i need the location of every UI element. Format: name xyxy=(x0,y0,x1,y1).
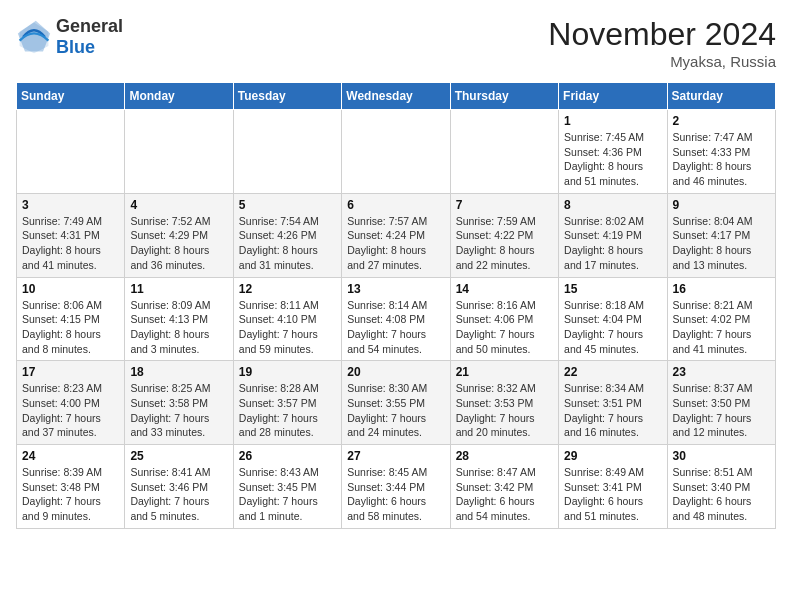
day-info: Sunrise: 8:21 AM Sunset: 4:02 PM Dayligh… xyxy=(673,298,770,357)
day-info: Sunrise: 8:43 AM Sunset: 3:45 PM Dayligh… xyxy=(239,465,336,524)
day-info: Sunrise: 8:30 AM Sunset: 3:55 PM Dayligh… xyxy=(347,381,444,440)
calendar-cell: 28Sunrise: 8:47 AM Sunset: 3:42 PM Dayli… xyxy=(450,445,558,529)
day-number: 21 xyxy=(456,365,553,379)
calendar-cell: 21Sunrise: 8:32 AM Sunset: 3:53 PM Dayli… xyxy=(450,361,558,445)
day-info: Sunrise: 7:45 AM Sunset: 4:36 PM Dayligh… xyxy=(564,130,661,189)
location-subtitle: Myaksa, Russia xyxy=(548,53,776,70)
day-info: Sunrise: 8:51 AM Sunset: 3:40 PM Dayligh… xyxy=(673,465,770,524)
day-info: Sunrise: 7:57 AM Sunset: 4:24 PM Dayligh… xyxy=(347,214,444,273)
day-number: 28 xyxy=(456,449,553,463)
day-number: 19 xyxy=(239,365,336,379)
day-info: Sunrise: 8:16 AM Sunset: 4:06 PM Dayligh… xyxy=(456,298,553,357)
day-number: 13 xyxy=(347,282,444,296)
weekday-header: Saturday xyxy=(667,83,775,110)
day-info: Sunrise: 7:54 AM Sunset: 4:26 PM Dayligh… xyxy=(239,214,336,273)
day-info: Sunrise: 8:23 AM Sunset: 4:00 PM Dayligh… xyxy=(22,381,119,440)
day-number: 30 xyxy=(673,449,770,463)
calendar-cell: 27Sunrise: 8:45 AM Sunset: 3:44 PM Dayli… xyxy=(342,445,450,529)
day-info: Sunrise: 8:41 AM Sunset: 3:46 PM Dayligh… xyxy=(130,465,227,524)
calendar-cell: 1Sunrise: 7:45 AM Sunset: 4:36 PM Daylig… xyxy=(559,110,667,194)
day-number: 4 xyxy=(130,198,227,212)
calendar-week-row: 1Sunrise: 7:45 AM Sunset: 4:36 PM Daylig… xyxy=(17,110,776,194)
day-info: Sunrise: 8:06 AM Sunset: 4:15 PM Dayligh… xyxy=(22,298,119,357)
day-number: 17 xyxy=(22,365,119,379)
calendar-cell: 9Sunrise: 8:04 AM Sunset: 4:17 PM Daylig… xyxy=(667,193,775,277)
calendar-cell: 11Sunrise: 8:09 AM Sunset: 4:13 PM Dayli… xyxy=(125,277,233,361)
calendar-week-row: 24Sunrise: 8:39 AM Sunset: 3:48 PM Dayli… xyxy=(17,445,776,529)
weekday-header: Monday xyxy=(125,83,233,110)
day-info: Sunrise: 8:34 AM Sunset: 3:51 PM Dayligh… xyxy=(564,381,661,440)
day-number: 3 xyxy=(22,198,119,212)
day-info: Sunrise: 8:18 AM Sunset: 4:04 PM Dayligh… xyxy=(564,298,661,357)
calendar-cell: 5Sunrise: 7:54 AM Sunset: 4:26 PM Daylig… xyxy=(233,193,341,277)
calendar-week-row: 3Sunrise: 7:49 AM Sunset: 4:31 PM Daylig… xyxy=(17,193,776,277)
day-info: Sunrise: 8:45 AM Sunset: 3:44 PM Dayligh… xyxy=(347,465,444,524)
day-info: Sunrise: 8:28 AM Sunset: 3:57 PM Dayligh… xyxy=(239,381,336,440)
calendar-cell xyxy=(125,110,233,194)
day-number: 25 xyxy=(130,449,227,463)
day-info: Sunrise: 7:59 AM Sunset: 4:22 PM Dayligh… xyxy=(456,214,553,273)
calendar-cell xyxy=(233,110,341,194)
day-info: Sunrise: 8:39 AM Sunset: 3:48 PM Dayligh… xyxy=(22,465,119,524)
calendar-header: SundayMondayTuesdayWednesdayThursdayFrid… xyxy=(17,83,776,110)
day-number: 8 xyxy=(564,198,661,212)
calendar-cell xyxy=(17,110,125,194)
weekday-header: Sunday xyxy=(17,83,125,110)
calendar-cell: 18Sunrise: 8:25 AM Sunset: 3:58 PM Dayli… xyxy=(125,361,233,445)
calendar-cell: 10Sunrise: 8:06 AM Sunset: 4:15 PM Dayli… xyxy=(17,277,125,361)
calendar-cell: 7Sunrise: 7:59 AM Sunset: 4:22 PM Daylig… xyxy=(450,193,558,277)
day-info: Sunrise: 7:49 AM Sunset: 4:31 PM Dayligh… xyxy=(22,214,119,273)
page-header: General Blue November 2024 Myaksa, Russi… xyxy=(16,16,776,70)
day-number: 27 xyxy=(347,449,444,463)
calendar-cell xyxy=(342,110,450,194)
calendar-cell: 14Sunrise: 8:16 AM Sunset: 4:06 PM Dayli… xyxy=(450,277,558,361)
day-info: Sunrise: 8:14 AM Sunset: 4:08 PM Dayligh… xyxy=(347,298,444,357)
calendar-cell: 26Sunrise: 8:43 AM Sunset: 3:45 PM Dayli… xyxy=(233,445,341,529)
day-number: 9 xyxy=(673,198,770,212)
day-info: Sunrise: 8:32 AM Sunset: 3:53 PM Dayligh… xyxy=(456,381,553,440)
day-info: Sunrise: 8:11 AM Sunset: 4:10 PM Dayligh… xyxy=(239,298,336,357)
calendar-cell: 16Sunrise: 8:21 AM Sunset: 4:02 PM Dayli… xyxy=(667,277,775,361)
day-info: Sunrise: 8:04 AM Sunset: 4:17 PM Dayligh… xyxy=(673,214,770,273)
weekday-header: Thursday xyxy=(450,83,558,110)
day-info: Sunrise: 8:25 AM Sunset: 3:58 PM Dayligh… xyxy=(130,381,227,440)
calendar-week-row: 17Sunrise: 8:23 AM Sunset: 4:00 PM Dayli… xyxy=(17,361,776,445)
day-number: 15 xyxy=(564,282,661,296)
day-info: Sunrise: 8:09 AM Sunset: 4:13 PM Dayligh… xyxy=(130,298,227,357)
day-number: 2 xyxy=(673,114,770,128)
calendar-cell: 20Sunrise: 8:30 AM Sunset: 3:55 PM Dayli… xyxy=(342,361,450,445)
calendar-table: SundayMondayTuesdayWednesdayThursdayFrid… xyxy=(16,82,776,529)
day-number: 11 xyxy=(130,282,227,296)
calendar-cell: 12Sunrise: 8:11 AM Sunset: 4:10 PM Dayli… xyxy=(233,277,341,361)
day-number: 6 xyxy=(347,198,444,212)
calendar-cell: 30Sunrise: 8:51 AM Sunset: 3:40 PM Dayli… xyxy=(667,445,775,529)
calendar-cell: 29Sunrise: 8:49 AM Sunset: 3:41 PM Dayli… xyxy=(559,445,667,529)
month-title: November 2024 xyxy=(548,16,776,53)
calendar-cell: 15Sunrise: 8:18 AM Sunset: 4:04 PM Dayli… xyxy=(559,277,667,361)
logo-blue-text: Blue xyxy=(56,37,123,58)
day-info: Sunrise: 7:47 AM Sunset: 4:33 PM Dayligh… xyxy=(673,130,770,189)
weekday-row: SundayMondayTuesdayWednesdayThursdayFrid… xyxy=(17,83,776,110)
day-number: 16 xyxy=(673,282,770,296)
day-info: Sunrise: 8:47 AM Sunset: 3:42 PM Dayligh… xyxy=(456,465,553,524)
day-number: 14 xyxy=(456,282,553,296)
calendar-cell: 22Sunrise: 8:34 AM Sunset: 3:51 PM Dayli… xyxy=(559,361,667,445)
calendar-cell: 19Sunrise: 8:28 AM Sunset: 3:57 PM Dayli… xyxy=(233,361,341,445)
day-number: 12 xyxy=(239,282,336,296)
calendar-cell: 24Sunrise: 8:39 AM Sunset: 3:48 PM Dayli… xyxy=(17,445,125,529)
day-number: 26 xyxy=(239,449,336,463)
weekday-header: Tuesday xyxy=(233,83,341,110)
calendar-cell: 25Sunrise: 8:41 AM Sunset: 3:46 PM Dayli… xyxy=(125,445,233,529)
day-number: 24 xyxy=(22,449,119,463)
day-info: Sunrise: 8:49 AM Sunset: 3:41 PM Dayligh… xyxy=(564,465,661,524)
day-number: 10 xyxy=(22,282,119,296)
calendar-cell: 17Sunrise: 8:23 AM Sunset: 4:00 PM Dayli… xyxy=(17,361,125,445)
logo-icon xyxy=(16,19,52,55)
calendar-cell: 3Sunrise: 7:49 AM Sunset: 4:31 PM Daylig… xyxy=(17,193,125,277)
day-number: 18 xyxy=(130,365,227,379)
calendar-cell: 6Sunrise: 7:57 AM Sunset: 4:24 PM Daylig… xyxy=(342,193,450,277)
calendar-cell: 2Sunrise: 7:47 AM Sunset: 4:33 PM Daylig… xyxy=(667,110,775,194)
weekday-header: Friday xyxy=(559,83,667,110)
day-number: 5 xyxy=(239,198,336,212)
title-block: November 2024 Myaksa, Russia xyxy=(548,16,776,70)
